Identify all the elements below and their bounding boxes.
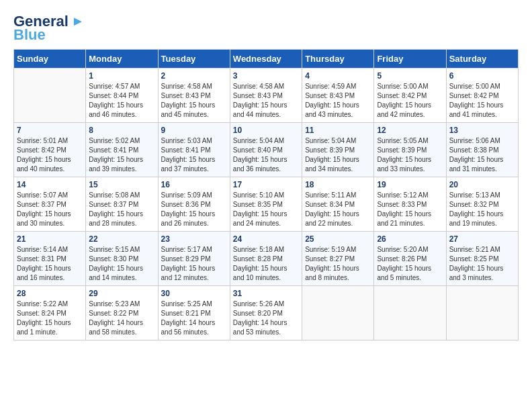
day-number: 13 <box>449 126 515 135</box>
day-info: Sunrise: 5:23 AMSunset: 8:22 PMDaylight:… <box>89 300 154 337</box>
day-number: 4 <box>305 71 371 81</box>
calendar-day-cell: 21Sunrise: 5:14 AMSunset: 8:31 PMDayligh… <box>14 232 86 286</box>
day-number: 8 <box>89 126 154 135</box>
calendar-day-cell: 6Sunrise: 5:00 AMSunset: 8:42 PMDaylight… <box>446 68 518 123</box>
calendar-day-cell: 1Sunrise: 4:57 AMSunset: 8:44 PMDaylight… <box>86 68 158 123</box>
day-number: 6 <box>449 71 515 81</box>
day-number: 10 <box>233 126 299 135</box>
day-number: 24 <box>233 234 299 244</box>
day-info: Sunrise: 5:00 AMSunset: 8:42 PMDaylight:… <box>377 82 443 120</box>
calendar-day-cell: 28Sunrise: 5:22 AMSunset: 8:24 PMDayligh… <box>14 286 86 340</box>
calendar-day-cell: 24Sunrise: 5:18 AMSunset: 8:28 PMDayligh… <box>230 232 302 286</box>
calendar-day-cell: 26Sunrise: 5:20 AMSunset: 8:26 PMDayligh… <box>374 232 446 286</box>
day-number: 30 <box>161 289 227 298</box>
day-info: Sunrise: 5:14 AMSunset: 8:31 PMDaylight:… <box>17 245 83 283</box>
day-info: Sunrise: 5:26 AMSunset: 8:20 PMDaylight:… <box>233 300 299 337</box>
day-info: Sunrise: 5:17 AMSunset: 8:29 PMDaylight:… <box>161 245 227 283</box>
day-info: Sunrise: 5:12 AMSunset: 8:33 PMDaylight:… <box>377 191 443 228</box>
calendar-day-cell: 16Sunrise: 5:09 AMSunset: 8:36 PMDayligh… <box>158 177 230 232</box>
day-number: 18 <box>305 180 371 189</box>
calendar-table: SundayMondayTuesdayWednesdayThursdayFrid… <box>13 49 519 340</box>
calendar-day-cell: 5Sunrise: 5:00 AMSunset: 8:42 PMDaylight… <box>374 68 446 123</box>
day-info: Sunrise: 5:10 AMSunset: 8:35 PMDaylight:… <box>233 191 299 228</box>
day-info: Sunrise: 5:20 AMSunset: 8:26 PMDaylight:… <box>377 245 443 283</box>
logo: General ► Blue <box>13 13 85 42</box>
day-info: Sunrise: 5:05 AMSunset: 8:39 PMDaylight:… <box>377 136 443 174</box>
day-info: Sunrise: 5:09 AMSunset: 8:36 PMDaylight:… <box>161 191 227 228</box>
day-info: Sunrise: 5:00 AMSunset: 8:42 PMDaylight:… <box>449 82 515 120</box>
calendar-day-cell: 18Sunrise: 5:11 AMSunset: 8:34 PMDayligh… <box>302 177 374 232</box>
day-info: Sunrise: 4:59 AMSunset: 8:43 PMDaylight:… <box>305 82 371 120</box>
calendar-day-cell: 13Sunrise: 5:06 AMSunset: 8:38 PMDayligh… <box>446 123 518 177</box>
day-info: Sunrise: 4:58 AMSunset: 8:43 PMDaylight:… <box>233 82 299 120</box>
day-info: Sunrise: 5:13 AMSunset: 8:32 PMDaylight:… <box>449 191 515 228</box>
day-number: 15 <box>89 180 154 189</box>
day-info: Sunrise: 5:21 AMSunset: 8:25 PMDaylight:… <box>449 245 515 283</box>
day-number: 31 <box>233 289 299 298</box>
day-number: 1 <box>89 71 154 81</box>
day-number: 29 <box>89 289 154 298</box>
day-number: 26 <box>377 234 443 244</box>
calendar-header-cell: Wednesday <box>230 50 302 68</box>
calendar-day-cell <box>302 286 374 340</box>
calendar-week-row: 28Sunrise: 5:22 AMSunset: 8:24 PMDayligh… <box>14 286 519 340</box>
day-number: 16 <box>161 180 227 189</box>
calendar-day-cell: 23Sunrise: 5:17 AMSunset: 8:29 PMDayligh… <box>158 232 230 286</box>
calendar-day-cell: 11Sunrise: 5:04 AMSunset: 8:39 PMDayligh… <box>302 123 374 177</box>
calendar-day-cell: 8Sunrise: 5:02 AMSunset: 8:41 PMDaylight… <box>86 123 158 177</box>
calendar-body: 1Sunrise: 4:57 AMSunset: 8:44 PMDaylight… <box>14 68 519 340</box>
calendar-header-cell: Sunday <box>14 50 86 68</box>
day-info: Sunrise: 5:04 AMSunset: 8:40 PMDaylight:… <box>233 136 299 174</box>
calendar-day-cell: 17Sunrise: 5:10 AMSunset: 8:35 PMDayligh… <box>230 177 302 232</box>
day-number: 23 <box>161 234 227 244</box>
day-info: Sunrise: 5:07 AMSunset: 8:37 PMDaylight:… <box>17 191 83 228</box>
day-number: 17 <box>233 180 299 189</box>
calendar-day-cell: 7Sunrise: 5:01 AMSunset: 8:42 PMDaylight… <box>14 123 86 177</box>
calendar-day-cell: 30Sunrise: 5:25 AMSunset: 8:21 PMDayligh… <box>158 286 230 340</box>
day-info: Sunrise: 5:02 AMSunset: 8:41 PMDaylight:… <box>89 136 154 174</box>
calendar-week-row: 21Sunrise: 5:14 AMSunset: 8:31 PMDayligh… <box>14 232 519 286</box>
calendar-day-cell: 25Sunrise: 5:19 AMSunset: 8:27 PMDayligh… <box>302 232 374 286</box>
calendar-day-cell: 12Sunrise: 5:05 AMSunset: 8:39 PMDayligh… <box>374 123 446 177</box>
calendar-day-cell: 31Sunrise: 5:26 AMSunset: 8:20 PMDayligh… <box>230 286 302 340</box>
day-number: 28 <box>17 289 83 298</box>
day-info: Sunrise: 5:18 AMSunset: 8:28 PMDaylight:… <box>233 245 299 283</box>
calendar-day-cell: 27Sunrise: 5:21 AMSunset: 8:25 PMDayligh… <box>446 232 518 286</box>
day-number: 27 <box>449 234 515 244</box>
calendar-header-cell: Tuesday <box>158 50 230 68</box>
day-info: Sunrise: 5:22 AMSunset: 8:24 PMDaylight:… <box>17 300 83 337</box>
calendar-day-cell <box>374 286 446 340</box>
day-number: 20 <box>449 180 515 189</box>
calendar-day-cell: 3Sunrise: 4:58 AMSunset: 8:43 PMDaylight… <box>230 68 302 123</box>
calendar-day-cell <box>446 286 518 340</box>
calendar-week-row: 14Sunrise: 5:07 AMSunset: 8:37 PMDayligh… <box>14 177 519 232</box>
day-info: Sunrise: 5:04 AMSunset: 8:39 PMDaylight:… <box>305 136 371 174</box>
day-number: 14 <box>17 180 83 189</box>
day-info: Sunrise: 5:03 AMSunset: 8:41 PMDaylight:… <box>161 136 227 174</box>
calendar-header-cell: Saturday <box>446 50 518 68</box>
calendar-week-row: 1Sunrise: 4:57 AMSunset: 8:44 PMDaylight… <box>14 68 519 123</box>
calendar-day-cell: 14Sunrise: 5:07 AMSunset: 8:37 PMDayligh… <box>14 177 86 232</box>
calendar-day-cell: 20Sunrise: 5:13 AMSunset: 8:32 PMDayligh… <box>446 177 518 232</box>
calendar-day-cell: 10Sunrise: 5:04 AMSunset: 8:40 PMDayligh… <box>230 123 302 177</box>
day-info: Sunrise: 5:25 AMSunset: 8:21 PMDaylight:… <box>161 300 227 337</box>
calendar-day-cell: 9Sunrise: 5:03 AMSunset: 8:41 PMDaylight… <box>158 123 230 177</box>
day-info: Sunrise: 5:08 AMSunset: 8:37 PMDaylight:… <box>89 191 154 228</box>
day-number: 9 <box>161 126 227 135</box>
day-info: Sunrise: 4:57 AMSunset: 8:44 PMDaylight:… <box>89 82 154 120</box>
day-info: Sunrise: 5:11 AMSunset: 8:34 PMDaylight:… <box>305 191 371 228</box>
calendar-day-cell: 22Sunrise: 5:15 AMSunset: 8:30 PMDayligh… <box>86 232 158 286</box>
day-info: Sunrise: 4:58 AMSunset: 8:43 PMDaylight:… <box>161 82 227 120</box>
logo-blue: Blue <box>13 28 46 42</box>
day-info: Sunrise: 5:06 AMSunset: 8:38 PMDaylight:… <box>449 136 515 174</box>
day-number: 19 <box>377 180 443 189</box>
calendar-day-cell <box>14 68 86 123</box>
calendar-week-row: 7Sunrise: 5:01 AMSunset: 8:42 PMDaylight… <box>14 123 519 177</box>
calendar-header-row: SundayMondayTuesdayWednesdayThursdayFrid… <box>14 50 519 68</box>
day-number: 5 <box>377 71 443 81</box>
calendar-day-cell: 19Sunrise: 5:12 AMSunset: 8:33 PMDayligh… <box>374 177 446 232</box>
calendar-header-cell: Thursday <box>302 50 374 68</box>
day-number: 7 <box>17 126 83 135</box>
day-number: 25 <box>305 234 371 244</box>
day-info: Sunrise: 5:15 AMSunset: 8:30 PMDaylight:… <box>89 245 154 283</box>
